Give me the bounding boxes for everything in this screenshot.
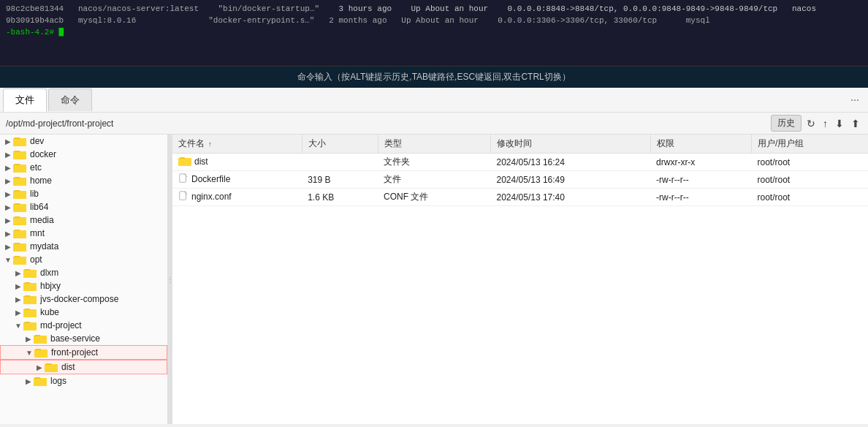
file-name-cell: Dockerfile	[172, 171, 302, 189]
folder-icon	[13, 175, 26, 186]
svg-rect-3	[13, 151, 26, 159]
sidebar-item-lib64[interactable]: ▶ lib64	[0, 200, 167, 214]
sidebar-item-dev[interactable]: ▶ dev	[0, 135, 167, 148]
current-path: /opt/md-project/front-project	[6, 118, 768, 129]
sidebar-item-dist[interactable]: ▶ dist	[0, 360, 167, 374]
sidebar-item-jvs-docker-compose[interactable]: ▶ jvs-docker-compose	[0, 292, 167, 306]
tree-item-label: front-project	[51, 347, 98, 358]
sidebar-item-md-project[interactable]: ▼ md-project	[0, 319, 167, 332]
folder-icon	[34, 333, 47, 344]
tree-arrow-media[interactable]: ▶	[3, 216, 13, 224]
sidebar-item-lib[interactable]: ▶ lib	[0, 187, 167, 200]
folder-icon	[23, 281, 37, 291]
terminal-line-2: 9b30919b4acb mysql:8.0.16 "docker-entryp…	[6, 15, 862, 26]
folder-icon	[13, 136, 26, 146]
tree-item-label: docker	[30, 149, 56, 159]
sidebar-item-media[interactable]: ▶ media	[0, 214, 167, 227]
file-name-cell: nginx.conf	[172, 189, 302, 206]
file-type-cell: 文件	[378, 171, 490, 189]
file-owner-cell: root/root	[752, 189, 869, 206]
tree-arrow-base-service[interactable]: ▶	[23, 335, 34, 343]
svg-rect-35	[45, 364, 58, 372]
tree-arrow-dist[interactable]: ▶	[34, 363, 45, 371]
table-row[interactable]: nginx.conf1.6 KBCONF 文件2024/05/13 17:40-…	[172, 189, 868, 206]
col-header-perms[interactable]: 权限	[650, 135, 751, 154]
tree-arrow-logs[interactable]: ▶	[23, 377, 34, 385]
sidebar-item-hbjxy[interactable]: ▶ hbjxy	[0, 279, 167, 292]
tree-arrow-mnt[interactable]: ▶	[3, 230, 13, 238]
folder-icon	[13, 215, 26, 225]
tree-arrow-etc[interactable]: ▶	[3, 164, 13, 172]
tree-item-label: kube	[40, 307, 59, 317]
tree-item-label: jvs-docker-compose	[40, 294, 118, 304]
tree-arrow-lib[interactable]: ▶	[3, 190, 13, 198]
toolbar: /opt/md-project/front-project 历史 ↻ ↑ ⬇ ⬆	[0, 113, 868, 135]
sidebar-item-mydata[interactable]: ▶ mydata	[0, 240, 167, 253]
tree-item-label: home	[30, 175, 52, 186]
table-row[interactable]: dist文件夹2024/05/13 16:24drwxr-xr-xroot/ro…	[172, 154, 868, 171]
tree-arrow-dev[interactable]: ▶	[3, 137, 13, 146]
tab-file[interactable]: 文件	[3, 88, 47, 112]
sidebar-item-kube[interactable]: ▶ kube	[0, 306, 167, 319]
table-row[interactable]: Dockerfile319 B文件2024/05/13 16:49-rw-r--…	[172, 171, 868, 189]
tree-item-label: mydata	[30, 241, 58, 252]
terminal-line-1: 98c2cbe81344 nacos/nacos-server:latest "…	[6, 3, 862, 15]
upload-icon[interactable]: ⬆	[849, 118, 862, 129]
col-header-type[interactable]: 类型	[378, 135, 490, 154]
sidebar-item-docker[interactable]: ▶ docker	[0, 148, 167, 161]
tree-arrow-jvs-docker-compose[interactable]: ▶	[13, 295, 23, 303]
col-header-owner[interactable]: 用户/用户组	[752, 135, 869, 154]
sidebar-item-home[interactable]: ▶ home	[0, 174, 167, 187]
svg-rect-33	[34, 349, 47, 358]
sidebar-item-front-project[interactable]: ▼ front-project	[0, 345, 167, 360]
terminal: 98c2cbe81344 nacos/nacos-server:latest "…	[0, 0, 868, 66]
tree-item-label: opt	[30, 254, 42, 265]
file-list-panel[interactable]: 文件名 ↑ 大小 类型 修改时间 权限 用户/用户组 dist文件夹2024/0…	[172, 135, 868, 424]
sidebar-item-base-service[interactable]: ▶ base-service	[0, 332, 167, 345]
col-header-size[interactable]: 大小	[302, 135, 378, 154]
svg-rect-11	[13, 204, 26, 212]
folder-icon	[13, 149, 26, 159]
tree-arrow-mydata[interactable]: ▶	[3, 243, 13, 251]
tree-arrow-home[interactable]: ▶	[3, 177, 13, 185]
svg-rect-17	[13, 243, 26, 252]
tree-arrow-front-project[interactable]: ▼	[24, 349, 34, 357]
file-modified-cell: 2024/05/13 16:24	[491, 154, 651, 171]
tree-arrow-opt[interactable]: ▼	[3, 256, 13, 264]
sidebar-item-etc[interactable]: ▶ etc	[0, 161, 167, 174]
refresh-icon[interactable]: ↻	[804, 118, 818, 129]
terminal-input-bar: 命令输入（按ALT键提示历史,TAB键路径,ESC键返回,双击CTRL切换）	[0, 66, 868, 88]
tab-command[interactable]: 命令	[48, 88, 92, 111]
folder-icon	[34, 347, 47, 358]
tree-arrow-docker[interactable]: ▶	[3, 151, 13, 159]
svg-rect-31	[34, 336, 47, 344]
col-header-modified[interactable]: 修改时间	[491, 135, 651, 154]
table-header-row: 文件名 ↑ 大小 类型 修改时间 权限 用户/用户组	[172, 135, 868, 154]
tree-arrow-dlxm[interactable]: ▶	[13, 269, 23, 277]
folder-icon	[23, 268, 37, 278]
download-icon[interactable]: ⬇	[833, 118, 846, 129]
file-tree-sidebar[interactable]: ▶ dev▶ docker▶ etc▶ home▶	[0, 135, 168, 424]
file-perms-cell: drwxr-xr-x	[650, 154, 751, 171]
tree-item-label: md-project	[40, 320, 82, 330]
file-perms-cell: -rw-r--r--	[650, 171, 751, 189]
tree-arrow-lib64[interactable]: ▶	[3, 203, 13, 211]
sidebar-item-dlxm[interactable]: ▶ dlxm	[0, 266, 167, 279]
sidebar-item-opt[interactable]: ▼ opt	[0, 253, 167, 266]
sidebar-item-mnt[interactable]: ▶ mnt	[0, 227, 167, 240]
col-header-name[interactable]: 文件名 ↑	[172, 135, 302, 154]
toolbar-icons: ↻ ↑ ⬇ ⬆	[804, 118, 862, 129]
tree-arrow-md-project[interactable]: ▼	[13, 322, 23, 330]
up-icon[interactable]: ↑	[821, 118, 830, 129]
file-type-cell: CONF 文件	[378, 189, 490, 206]
tree-item-label: dist	[61, 362, 75, 372]
tree-arrow-hbjxy[interactable]: ▶	[13, 282, 23, 290]
sidebar-item-logs[interactable]: ▶ logs	[0, 374, 167, 388]
history-button[interactable]: 历史	[771, 115, 802, 132]
folder-icon	[45, 362, 58, 372]
file-table: 文件名 ↑ 大小 类型 修改时间 权限 用户/用户组 dist文件夹2024/0…	[172, 135, 868, 206]
folder-icon	[13, 202, 26, 212]
tab-menu-icon[interactable]: ⋯	[845, 92, 865, 108]
tree-arrow-kube[interactable]: ▶	[13, 309, 23, 317]
svg-rect-38	[178, 158, 191, 166]
